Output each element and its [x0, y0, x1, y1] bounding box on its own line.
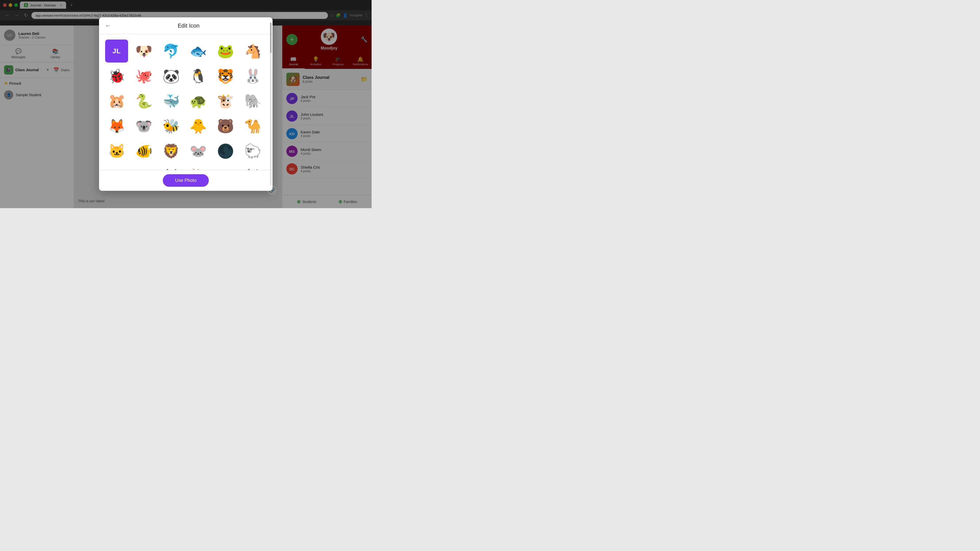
icon-cell-cat[interactable]: 🐱	[105, 140, 128, 162]
scrollbar-track	[270, 22, 272, 186]
icon-cell-octopus[interactable]: 🐙	[132, 65, 156, 87]
icon-cell-owl[interactable]: 🦉	[241, 165, 264, 170]
icon-cell-horse[interactable]: 🐴	[241, 40, 264, 62]
icon-cell-deer[interactable]: 🦌	[187, 165, 210, 170]
icon-cell-bee[interactable]: 🐝	[159, 114, 183, 138]
icon-cell-turtle[interactable]: 🐢	[187, 89, 210, 113]
icon-cell-lion[interactable]: 🦁	[159, 140, 183, 162]
icon-cell-moon[interactable]: 🌑	[214, 140, 237, 162]
icon-cell-tropical-fish[interactable]: 🐠	[132, 140, 156, 162]
modal-footer: Use Photo	[99, 170, 272, 191]
icon-cell-hedgehog[interactable]: 🦔	[214, 165, 237, 170]
icon-cell-hamster[interactable]: 🐹	[105, 89, 128, 113]
icon-cell-butterfly[interactable]: 🦋	[105, 165, 128, 170]
icon-cell-rabbit[interactable]: 🐰	[241, 65, 264, 87]
avatar-initials: JL	[113, 47, 121, 55]
modal-overlay[interactable]: ← Edit Icon JL 🐶 🐬 🐟 🐸 🐴 🐞 🐙 🐼 🐧 🐯	[0, 0, 372, 208]
modal-title: Edit Icon	[111, 22, 266, 29]
icon-cell-butterfly2[interactable]: 🦋	[132, 165, 156, 170]
edit-icon-modal: ← Edit Icon JL 🐶 🐬 🐟 🐸 🐴 🐞 🐙 🐼 🐧 🐯	[99, 17, 272, 191]
icon-cell-sheep[interactable]: 🐑	[241, 140, 264, 162]
icon-cell-camel[interactable]: 🐪	[241, 114, 264, 138]
icon-cell-fox2[interactable]: 🦊	[159, 165, 183, 170]
scrollbar-thumb[interactable]	[270, 22, 272, 53]
icon-cell-bear[interactable]: 🐻	[214, 114, 237, 138]
icon-cell-mouse[interactable]: 🐭	[187, 140, 210, 162]
icon-cell-dog[interactable]: 🐶	[132, 40, 156, 62]
icon-cell-frog[interactable]: 🐸	[214, 40, 237, 62]
icon-cell-whale[interactable]: 🐳	[159, 89, 183, 113]
icon-cell-elephant[interactable]: 🐘	[241, 89, 264, 113]
custom-avatar-cell[interactable]: JL	[105, 40, 128, 62]
icon-cell-panda[interactable]: 🐼	[159, 65, 183, 87]
icon-cell-chick[interactable]: 🐥	[187, 114, 210, 138]
icon-cell-ladybug[interactable]: 🐞	[105, 65, 128, 87]
icon-cell-tiger[interactable]: 🐯	[214, 65, 237, 87]
use-photo-button[interactable]: Use Photo	[163, 174, 209, 187]
icon-cell-koala[interactable]: 🐨	[132, 114, 156, 138]
modal-body: JL 🐶 🐬 🐟 🐸 🐴 🐞 🐙 🐼 🐧 🐯 🐰 🐹 🐍 🐳 🐢 🐮	[99, 35, 272, 170]
icon-cell-penguin[interactable]: 🐧	[187, 65, 210, 87]
icon-cell-fish[interactable]: 🐟	[187, 40, 210, 62]
icon-cell-fox[interactable]: 🦊	[105, 114, 128, 138]
icon-cell-dolphin[interactable]: 🐬	[159, 40, 183, 62]
icon-cell-cow[interactable]: 🐮	[214, 89, 237, 113]
modal-header: ← Edit Icon	[99, 17, 272, 35]
modal-back-button[interactable]: ←	[105, 22, 111, 29]
icon-grid: JL 🐶 🐬 🐟 🐸 🐴 🐞 🐙 🐼 🐧 🐯 🐰 🐹 🐍 🐳 🐢 🐮	[105, 40, 266, 170]
icon-cell-snake[interactable]: 🐍	[132, 89, 156, 113]
